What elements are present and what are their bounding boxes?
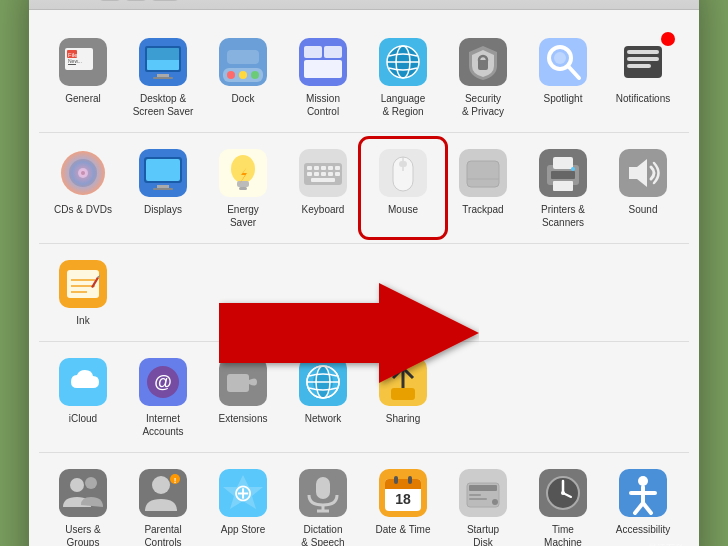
pref-item-ink[interactable]: Ink xyxy=(43,252,123,333)
sharing-icon xyxy=(379,358,427,406)
dictation-icon-wrapper xyxy=(297,467,349,519)
trackpad-icon xyxy=(459,149,507,197)
trackpad-label: Trackpad xyxy=(462,203,503,216)
dock-label: Dock xyxy=(232,92,255,105)
keyboard-icon xyxy=(299,149,347,197)
grid-button[interactable]: ⊞ xyxy=(151,0,179,1)
svg-rect-65 xyxy=(311,178,335,182)
forward-button[interactable]: › xyxy=(125,0,147,1)
timemachine-label: TimeMachine xyxy=(544,523,582,547)
svg-point-78 xyxy=(571,167,575,171)
svg-rect-9 xyxy=(147,48,179,60)
trackpad-icon-wrapper xyxy=(457,147,509,199)
pref-item-sound[interactable]: Sound xyxy=(603,141,683,235)
pref-item-extensions[interactable]: Extensions xyxy=(203,350,283,444)
ink-icon xyxy=(59,260,107,308)
users-icon-wrapper xyxy=(57,467,109,519)
pref-item-internet[interactable]: @ InternetAccounts xyxy=(123,350,203,444)
svg-rect-38 xyxy=(627,64,651,68)
pref-item-language[interactable]: Language& Region xyxy=(363,30,443,124)
pref-item-mouse[interactable]: Mouse xyxy=(363,141,443,235)
pref-item-dock[interactable]: Dock xyxy=(203,30,283,124)
svg-rect-71 xyxy=(467,161,499,187)
back-button[interactable]: ‹ xyxy=(99,0,121,1)
printers-icon xyxy=(539,149,587,197)
sharing-icon-wrapper xyxy=(377,356,429,408)
pref-item-startup[interactable]: StartupDisk xyxy=(443,461,523,547)
sound-icon xyxy=(619,149,667,197)
pref-item-appstore[interactable]: ⊕ App Store xyxy=(203,461,283,547)
personal-section: File New... General xyxy=(39,22,689,133)
svg-rect-60 xyxy=(307,172,312,176)
sound-icon-wrapper xyxy=(617,147,669,199)
parental-icon: ! xyxy=(139,469,187,517)
desktop-icon xyxy=(139,38,187,86)
pref-item-energy[interactable]: EnergySaver xyxy=(203,141,283,235)
mouse-icon xyxy=(379,149,427,197)
svg-rect-110 xyxy=(316,477,330,499)
svg-rect-5 xyxy=(68,64,76,65)
svg-rect-118 xyxy=(394,476,398,484)
mouse-label: Mouse xyxy=(388,203,418,216)
svg-rect-75 xyxy=(551,171,575,179)
printers-label: Printers &Scanners xyxy=(541,203,585,229)
pref-item-cds[interactable]: CDs & DVDs xyxy=(43,141,123,235)
desktop-icon-wrapper xyxy=(137,36,189,88)
pref-item-printers[interactable]: Printers &Scanners xyxy=(523,141,603,235)
svg-point-102 xyxy=(85,477,97,489)
svg-point-16 xyxy=(251,71,259,79)
svg-rect-52 xyxy=(239,187,247,190)
pref-item-accessibility[interactable]: Accessibility xyxy=(603,461,683,547)
svg-rect-92 xyxy=(227,374,249,392)
appstore-label: App Store xyxy=(221,523,265,536)
energy-icon-wrapper xyxy=(217,147,269,199)
accessibility-icon xyxy=(619,469,667,517)
pref-item-network[interactable]: Network xyxy=(283,350,363,444)
notification-badge xyxy=(661,32,675,46)
mission-icon-wrapper xyxy=(297,36,349,88)
pref-item-notifications[interactable]: Notifications xyxy=(603,30,683,124)
svg-rect-57 xyxy=(321,166,326,170)
svg-rect-46 xyxy=(146,159,180,181)
general-icon-wrapper: File New... xyxy=(57,36,109,88)
pref-item-desktop[interactable]: Desktop &Screen Saver xyxy=(123,30,203,124)
extensions-icon xyxy=(219,358,267,406)
sharing-label: Sharing xyxy=(386,412,420,425)
pref-item-keyboard[interactable]: Keyboard xyxy=(283,141,363,235)
svg-text:@: @ xyxy=(154,372,172,392)
pref-item-spotlight[interactable]: Spotlight xyxy=(523,30,603,124)
svg-rect-122 xyxy=(469,485,497,491)
pref-item-mission[interactable]: MissionControl xyxy=(283,30,363,124)
pref-item-icloud[interactable]: iCloud xyxy=(43,350,123,444)
security-label: Security& Privacy xyxy=(462,92,504,118)
pref-item-timemachine[interactable]: TimeMachine xyxy=(523,461,603,547)
parental-label: ParentalControls xyxy=(144,523,181,547)
internet-section: iCloud @ InternetAccounts xyxy=(39,342,689,453)
printers-icon-wrapper xyxy=(537,147,589,199)
svg-rect-10 xyxy=(157,74,169,77)
general-label: General xyxy=(65,92,101,105)
pref-item-sharing[interactable]: Sharing xyxy=(363,350,443,444)
appstore-icon-wrapper: ⊕ xyxy=(217,467,269,519)
svg-rect-58 xyxy=(328,166,333,170)
security-icon xyxy=(459,38,507,86)
pref-item-trackpad[interactable]: Trackpad xyxy=(443,141,523,235)
extensions-icon-wrapper xyxy=(217,356,269,408)
svg-text:!: ! xyxy=(174,476,177,485)
svg-point-132 xyxy=(638,476,648,486)
sound-label: Sound xyxy=(629,203,658,216)
pref-item-security[interactable]: Security& Privacy xyxy=(443,30,523,124)
displays-icon-wrapper xyxy=(137,147,189,199)
mouse-icon-wrapper xyxy=(377,147,429,199)
pref-item-users[interactable]: Users &Groups xyxy=(43,461,123,547)
pref-item-displays[interactable]: Displays xyxy=(123,141,203,235)
cds-icon-wrapper xyxy=(57,147,109,199)
pref-item-parental[interactable]: ! ParentalControls xyxy=(123,461,203,547)
svg-rect-116 xyxy=(385,485,421,489)
pref-item-general[interactable]: File New... General xyxy=(43,30,123,124)
pref-item-datetime[interactable]: 18 Date & Time xyxy=(363,461,443,547)
displays-icon xyxy=(139,149,187,197)
pref-item-dictation[interactable]: Dictation& Speech xyxy=(283,461,363,547)
preferences-content: File New... General xyxy=(29,10,699,547)
svg-rect-69 xyxy=(399,161,407,167)
